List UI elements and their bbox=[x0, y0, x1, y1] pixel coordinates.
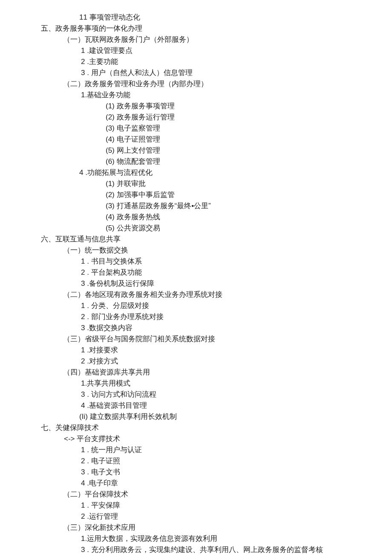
outline-line: （二）平台保障技术 bbox=[0, 489, 392, 500]
outline-line: (1) 政务服务事项管理 bbox=[0, 101, 392, 112]
outline-line: 4 .功能拓展与流程优化 bbox=[0, 167, 392, 178]
outline-line: 2 . 平台架构及功能 bbox=[0, 267, 392, 278]
outline-line: （三）省级平台与国务院部门相关系统数据对接 bbox=[0, 334, 392, 345]
document-outline: 11 事项管理动态化五、政务服务事项的一体化办理（一）瓦联网政务服务门户（外部服… bbox=[0, 12, 392, 555]
outline-line: (4) 电子证照管理 bbox=[0, 134, 392, 145]
outline-line: (2) 政务服务运行管理 bbox=[0, 112, 392, 123]
outline-line: 11 事项管理动态化 bbox=[0, 12, 392, 23]
outline-line: 2 .主要功能 bbox=[0, 56, 392, 67]
outline-line: (4) 政务服务热线 bbox=[0, 212, 392, 223]
outline-line: (3) 打通基层政务服务“最终•公里” bbox=[0, 200, 392, 212]
outline-line: (2) 加强事中事后监管 bbox=[0, 189, 392, 200]
outline-line: 4 .电子印章 bbox=[0, 478, 392, 489]
outline-line: 1.基础业务功能 bbox=[0, 90, 392, 101]
outline-line: 2 . 部门业务办理系统对接 bbox=[0, 311, 392, 323]
outline-line: （三）深化新技术应用 bbox=[0, 522, 392, 533]
outline-line: 3 . 电子文书 bbox=[0, 467, 392, 478]
outline-line: 1 .对接要求 bbox=[0, 345, 392, 356]
outline-line: 1.共享共用模式 bbox=[0, 378, 392, 389]
outline-line: （二）政务服务管理和业务办理（内部办理） bbox=[0, 78, 392, 90]
outline-line: 1 . 书目与交换体系 bbox=[0, 256, 392, 267]
outline-line: （一）瓦联网政务服务门户（外部服务） bbox=[0, 34, 392, 45]
outline-line: 2 .对接方式 bbox=[0, 356, 392, 367]
outline-line: (5) 公共资源交易 bbox=[0, 223, 392, 234]
outline-line: 1 . 统一用户与认证 bbox=[0, 445, 392, 456]
outline-line: (1) 并联审批 bbox=[0, 178, 392, 189]
outline-line: 2 .运行管理 bbox=[0, 511, 392, 522]
outline-line: （二）各地区现有政务服务相关业务办理系统对接 bbox=[0, 289, 392, 300]
outline-line: 1 . 平安保障 bbox=[0, 500, 392, 511]
outline-line: 1 .建设管理要点 bbox=[0, 45, 392, 56]
outline-line: 3 . 充分利用政务云，实现集约建设、共享利用八、网上政务服务的监督考核 bbox=[0, 544, 392, 555]
outline-line: 3 .数据交换内容 bbox=[0, 323, 392, 334]
outline-line: 1 . 分类、分层级对接 bbox=[0, 300, 392, 311]
outline-line: 4 .基础资源书目管理 bbox=[0, 400, 392, 411]
outline-line: 3 . 用户（自然人和法人）信息管理 bbox=[0, 67, 392, 78]
outline-line: (3) 电子监察管理 bbox=[0, 123, 392, 134]
outline-line: 1.运用大数据，实现政务信息资源有效利用 bbox=[0, 533, 392, 544]
outline-line: 3 .备份机制及运行保障 bbox=[0, 278, 392, 289]
outline-line: 2 . 电子证照 bbox=[0, 456, 392, 467]
outline-line: 六、互联互通与信息共享 bbox=[0, 234, 392, 245]
outline-line: (Ii) 建立数据共享利用长效机制 bbox=[0, 411, 392, 422]
outline-line: (6) 物流配套管理 bbox=[0, 156, 392, 167]
outline-line: 五、政务服务事项的一体化办理 bbox=[0, 23, 392, 34]
outline-line: （一）统一数据交换 bbox=[0, 245, 392, 256]
outline-line: 3 . 访问方式和访问流程 bbox=[0, 389, 392, 400]
outline-line: (5) 网上支付管理 bbox=[0, 145, 392, 156]
outline-line: 七、关健保障技术 bbox=[0, 422, 392, 433]
outline-line: （四）基础资源库共享共用 bbox=[0, 367, 392, 378]
outline-line: <-> 平台支撑技术 bbox=[0, 433, 392, 445]
